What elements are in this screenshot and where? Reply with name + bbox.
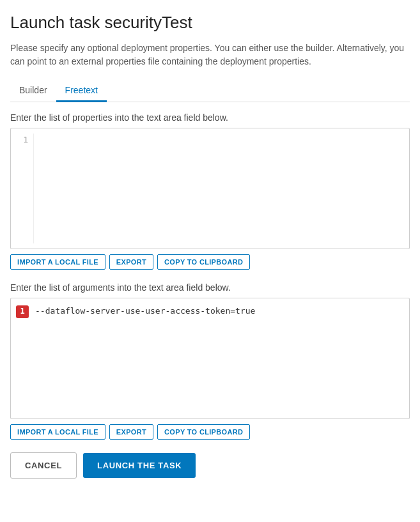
arguments-export-button[interactable]: EXPORT [109, 424, 153, 440]
arguments-copy-button[interactable]: COPY TO CLIPBOARD [157, 424, 250, 440]
page-title: Launch task securityTest [10, 13, 410, 33]
launch-button[interactable]: LAUNCH THE TASK [83, 453, 196, 478]
subtitle: Please specify any optional deployment p… [10, 42, 410, 68]
properties-toolbar: IMPORT A LOCAL FILE EXPORT COPY TO CLIPB… [10, 254, 410, 270]
arg-line-text: --dataflow-server-use-user-access-token=… [35, 305, 255, 318]
properties-export-button[interactable]: EXPORT [109, 254, 153, 270]
arguments-section-label: Enter the list of arguments into the tex… [10, 282, 410, 293]
arguments-toolbar: IMPORT A LOCAL FILE EXPORT COPY TO CLIPB… [10, 424, 410, 440]
properties-editor[interactable]: 1 [10, 128, 410, 249]
tab-builder[interactable]: Builder [10, 80, 56, 102]
tab-freetext[interactable]: Freetext [56, 80, 107, 102]
properties-copy-button[interactable]: COPY TO CLIPBOARD [157, 254, 250, 270]
action-row: CANCEL LAUNCH THE TASK [10, 452, 410, 479]
cancel-button[interactable]: CANCEL [10, 452, 77, 479]
tab-bar: Builder Freetext [10, 80, 410, 102]
arguments-editor[interactable]: 1 --dataflow-server-use-user-access-toke… [10, 298, 410, 419]
properties-section-label: Enter the list of properties into the te… [10, 112, 410, 123]
arguments-import-button[interactable]: IMPORT A LOCAL FILE [10, 424, 105, 440]
properties-content[interactable] [39, 134, 404, 243]
properties-line-numbers: 1 [16, 134, 34, 243]
arg-line-badge: 1 [16, 305, 29, 318]
arg-line-1: 1 --dataflow-server-use-user-access-toke… [16, 305, 404, 318]
properties-import-button[interactable]: IMPORT A LOCAL FILE [10, 254, 105, 270]
